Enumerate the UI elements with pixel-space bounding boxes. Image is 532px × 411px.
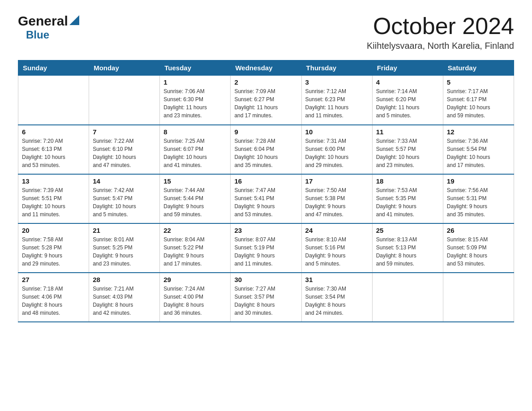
- day-number: 20: [22, 227, 85, 234]
- day-number: 14: [93, 177, 156, 185]
- page-header: General Blue October 2024 Kiihtelysvaara…: [18, 13, 514, 51]
- header-thursday: Thursday: [301, 60, 372, 76]
- calendar-table: Sunday Monday Tuesday Wednesday Thursday…: [18, 60, 514, 322]
- day-info: Sunrise: 7:30 AM Sunset: 3:54 PM Dayligh…: [305, 285, 369, 317]
- day-number: 4: [376, 78, 439, 86]
- day-info: Sunrise: 7:31 AM Sunset: 6:00 PM Dayligh…: [305, 137, 369, 169]
- table-row: 26Sunrise: 8:15 AM Sunset: 5:09 PM Dayli…: [443, 223, 514, 273]
- calendar-week-row: 20Sunrise: 7:58 AM Sunset: 5:28 PM Dayli…: [18, 223, 514, 273]
- table-row: 22Sunrise: 8:04 AM Sunset: 5:22 PM Dayli…: [160, 223, 231, 273]
- table-row: [443, 273, 514, 322]
- calendar-week-row: 1Sunrise: 7:06 AM Sunset: 6:30 PM Daylig…: [18, 76, 514, 125]
- table-row: 29Sunrise: 7:24 AM Sunset: 4:00 PM Dayli…: [160, 273, 231, 322]
- day-number: 28: [93, 276, 156, 283]
- table-row: 28Sunrise: 7:21 AM Sunset: 4:03 PM Dayli…: [89, 273, 160, 322]
- day-info: Sunrise: 7:12 AM Sunset: 6:23 PM Dayligh…: [305, 87, 369, 120]
- day-info: Sunrise: 7:56 AM Sunset: 5:31 PM Dayligh…: [447, 186, 510, 218]
- title-block: October 2024 Kiihtelysvaara, North Karel…: [367, 13, 514, 51]
- day-info: Sunrise: 7:47 AM Sunset: 5:41 PM Dayligh…: [234, 186, 297, 218]
- day-info: Sunrise: 7:53 AM Sunset: 5:35 PM Dayligh…: [376, 186, 439, 218]
- table-row: 16Sunrise: 7:47 AM Sunset: 5:41 PM Dayli…: [231, 174, 301, 223]
- day-info: Sunrise: 7:39 AM Sunset: 5:51 PM Dayligh…: [22, 186, 85, 218]
- table-row: 20Sunrise: 7:58 AM Sunset: 5:28 PM Dayli…: [18, 223, 89, 273]
- day-number: 26: [447, 227, 510, 234]
- day-info: Sunrise: 7:21 AM Sunset: 4:03 PM Dayligh…: [93, 285, 156, 317]
- day-number: 13: [22, 177, 85, 185]
- day-info: Sunrise: 8:04 AM Sunset: 5:22 PM Dayligh…: [163, 235, 227, 268]
- day-number: 8: [163, 128, 227, 136]
- table-row: 23Sunrise: 8:07 AM Sunset: 5:19 PM Dayli…: [231, 223, 301, 273]
- day-number: 30: [234, 276, 297, 283]
- table-row: 31Sunrise: 7:30 AM Sunset: 3:54 PM Dayli…: [301, 273, 372, 322]
- table-row: 3Sunrise: 7:12 AM Sunset: 6:23 PM Daylig…: [301, 76, 372, 125]
- table-row: 13Sunrise: 7:39 AM Sunset: 5:51 PM Dayli…: [18, 174, 89, 223]
- day-info: Sunrise: 7:18 AM Sunset: 4:06 PM Dayligh…: [22, 285, 85, 317]
- day-number: 16: [234, 177, 297, 185]
- day-info: Sunrise: 8:13 AM Sunset: 5:13 PM Dayligh…: [376, 235, 439, 268]
- header-friday: Friday: [372, 60, 443, 76]
- table-row: 15Sunrise: 7:44 AM Sunset: 5:44 PM Dayli…: [160, 174, 231, 223]
- day-number: 29: [163, 276, 227, 283]
- logo: General Blue: [18, 13, 79, 41]
- day-info: Sunrise: 7:58 AM Sunset: 5:28 PM Dayligh…: [22, 235, 85, 268]
- calendar-week-row: 27Sunrise: 7:18 AM Sunset: 4:06 PM Dayli…: [18, 273, 514, 322]
- day-info: Sunrise: 7:22 AM Sunset: 6:10 PM Dayligh…: [93, 137, 156, 169]
- day-info: Sunrise: 8:01 AM Sunset: 5:25 PM Dayligh…: [93, 235, 156, 268]
- logo-blue-text: Blue: [26, 29, 49, 41]
- day-info: Sunrise: 7:09 AM Sunset: 6:27 PM Dayligh…: [234, 87, 297, 120]
- table-row: 5Sunrise: 7:17 AM Sunset: 6:17 PM Daylig…: [443, 76, 514, 125]
- table-row: 1Sunrise: 7:06 AM Sunset: 6:30 PM Daylig…: [160, 76, 231, 125]
- table-row: 7Sunrise: 7:22 AM Sunset: 6:10 PM Daylig…: [89, 125, 160, 174]
- logo-general-text: General: [18, 13, 68, 29]
- day-info: Sunrise: 7:06 AM Sunset: 6:30 PM Dayligh…: [163, 87, 227, 120]
- day-info: Sunrise: 7:28 AM Sunset: 6:04 PM Dayligh…: [234, 137, 297, 169]
- day-number: 5: [447, 78, 510, 86]
- table-row: [18, 76, 89, 125]
- day-info: Sunrise: 7:42 AM Sunset: 5:47 PM Dayligh…: [93, 186, 156, 218]
- day-number: 1: [163, 78, 227, 86]
- day-number: 22: [163, 227, 227, 234]
- day-number: 18: [376, 177, 439, 185]
- table-row: 17Sunrise: 7:50 AM Sunset: 5:38 PM Dayli…: [301, 174, 372, 223]
- day-number: 15: [163, 177, 227, 185]
- day-number: 31: [305, 276, 369, 283]
- table-row: 11Sunrise: 7:33 AM Sunset: 5:57 PM Dayli…: [372, 125, 443, 174]
- day-number: 23: [234, 227, 297, 234]
- calendar-header-row: Sunday Monday Tuesday Wednesday Thursday…: [18, 60, 514, 76]
- day-number: 2: [234, 78, 297, 86]
- day-number: 19: [447, 177, 510, 185]
- logo-triangle-icon: [69, 15, 79, 25]
- header-tuesday: Tuesday: [160, 60, 231, 76]
- table-row: 2Sunrise: 7:09 AM Sunset: 6:27 PM Daylig…: [231, 76, 301, 125]
- table-row: 21Sunrise: 8:01 AM Sunset: 5:25 PM Dayli…: [89, 223, 160, 273]
- day-info: Sunrise: 7:17 AM Sunset: 6:17 PM Dayligh…: [447, 87, 510, 120]
- table-row: 4Sunrise: 7:14 AM Sunset: 6:20 PM Daylig…: [372, 76, 443, 125]
- table-row: 19Sunrise: 7:56 AM Sunset: 5:31 PM Dayli…: [443, 174, 514, 223]
- table-row: 24Sunrise: 8:10 AM Sunset: 5:16 PM Dayli…: [301, 223, 372, 273]
- day-number: 12: [447, 128, 510, 136]
- day-info: Sunrise: 8:10 AM Sunset: 5:16 PM Dayligh…: [305, 235, 369, 268]
- day-info: Sunrise: 7:50 AM Sunset: 5:38 PM Dayligh…: [305, 186, 369, 218]
- day-number: 6: [22, 128, 85, 136]
- day-info: Sunrise: 7:25 AM Sunset: 6:07 PM Dayligh…: [163, 137, 227, 169]
- calendar-subtitle: Kiihtelysvaara, North Karelia, Finland: [367, 41, 514, 51]
- day-number: 21: [93, 227, 156, 234]
- table-row: 8Sunrise: 7:25 AM Sunset: 6:07 PM Daylig…: [160, 125, 231, 174]
- table-row: 14Sunrise: 7:42 AM Sunset: 5:47 PM Dayli…: [89, 174, 160, 223]
- day-number: 17: [305, 177, 369, 185]
- day-number: 25: [376, 227, 439, 234]
- table-row: [372, 273, 443, 322]
- day-number: 10: [305, 128, 369, 136]
- day-info: Sunrise: 8:07 AM Sunset: 5:19 PM Dayligh…: [234, 235, 297, 268]
- calendar-week-row: 13Sunrise: 7:39 AM Sunset: 5:51 PM Dayli…: [18, 174, 514, 223]
- table-row: 30Sunrise: 7:27 AM Sunset: 3:57 PM Dayli…: [231, 273, 301, 322]
- table-row: 27Sunrise: 7:18 AM Sunset: 4:06 PM Dayli…: [18, 273, 89, 322]
- header-sunday: Sunday: [18, 60, 89, 76]
- calendar-week-row: 6Sunrise: 7:20 AM Sunset: 6:13 PM Daylig…: [18, 125, 514, 174]
- day-number: 24: [305, 227, 369, 234]
- day-number: 7: [93, 128, 156, 136]
- calendar-title: October 2024: [367, 13, 514, 39]
- table-row: 25Sunrise: 8:13 AM Sunset: 5:13 PM Dayli…: [372, 223, 443, 273]
- day-info: Sunrise: 8:15 AM Sunset: 5:09 PM Dayligh…: [447, 235, 510, 268]
- header-wednesday: Wednesday: [231, 60, 301, 76]
